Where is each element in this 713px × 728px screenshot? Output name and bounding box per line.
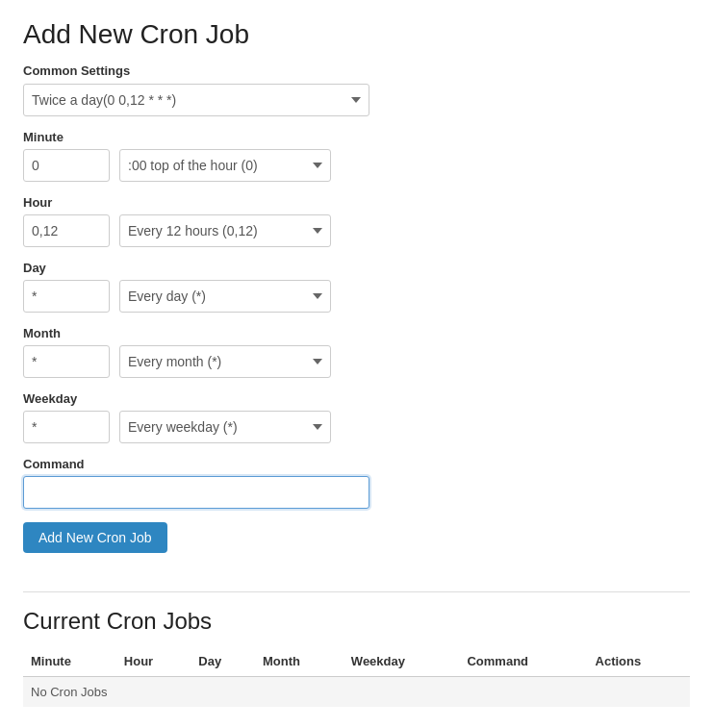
hour-select[interactable]: Every hour (*)Every 12 hours (0,12)At mi… xyxy=(119,214,331,247)
month-label: Month xyxy=(23,326,690,340)
section-divider xyxy=(23,591,690,592)
table-header-command: Command xyxy=(459,648,587,677)
weekday-select[interactable]: Every weekday (*)Sunday (0)Monday (1)Tue… xyxy=(119,411,331,443)
hour-row: Every hour (*)Every 12 hours (0,12)At mi… xyxy=(23,214,690,247)
common-settings-select[interactable]: Every minute(* * * * *)Every hour(0 * * … xyxy=(23,84,369,116)
hour-input[interactable] xyxy=(23,214,110,247)
day-label: Day xyxy=(23,261,690,275)
common-settings-section: Common Settings Every minute(* * * * *)E… xyxy=(23,63,690,116)
command-input[interactable] xyxy=(23,476,369,509)
weekday-row: Every weekday (*)Sunday (0)Monday (1)Tue… xyxy=(23,411,690,443)
no-jobs-row: No Cron Jobs xyxy=(23,677,690,708)
table-header-actions: Actions xyxy=(588,648,690,677)
minute-row: :00 top of the hour (0):15 (15):30 (30):… xyxy=(23,149,690,182)
page-title: Add New Cron Job xyxy=(23,19,690,50)
month-select[interactable]: Every month (*)January (1)February (2)Ma… xyxy=(119,345,331,378)
table-header-month: Month xyxy=(255,648,344,677)
table-header-row: MinuteHourDayMonthWeekdayCommandActions xyxy=(23,648,690,677)
minute-select[interactable]: :00 top of the hour (0):15 (15):30 (30):… xyxy=(119,149,331,182)
current-jobs-title: Current Cron Jobs xyxy=(23,608,690,635)
command-row xyxy=(23,476,690,509)
month-row: Every month (*)January (1)February (2)Ma… xyxy=(23,345,690,378)
day-row: Every day (*)1st (1)15th (15)Last day (L… xyxy=(23,280,690,313)
table-header-weekday: Weekday xyxy=(344,648,460,677)
hour-label: Hour xyxy=(23,195,690,210)
weekday-input[interactable] xyxy=(23,411,110,443)
table-header-day: Day xyxy=(191,648,255,677)
day-input[interactable] xyxy=(23,280,110,313)
weekday-label: Weekday xyxy=(23,391,690,406)
add-cron-job-button[interactable]: Add New Cron Job xyxy=(23,522,167,553)
no-jobs-message: No Cron Jobs xyxy=(23,677,690,708)
month-input[interactable] xyxy=(23,345,110,378)
common-settings-label: Common Settings xyxy=(23,63,690,78)
command-label: Command xyxy=(23,457,690,471)
minute-input[interactable] xyxy=(23,149,110,182)
table-header-hour: Hour xyxy=(116,648,191,677)
day-select[interactable]: Every day (*)1st (1)15th (15)Last day (L… xyxy=(119,280,331,313)
table-header-minute: Minute xyxy=(23,648,116,677)
cron-jobs-table: MinuteHourDayMonthWeekdayCommandActions … xyxy=(23,648,690,707)
minute-label: Minute xyxy=(23,130,690,144)
